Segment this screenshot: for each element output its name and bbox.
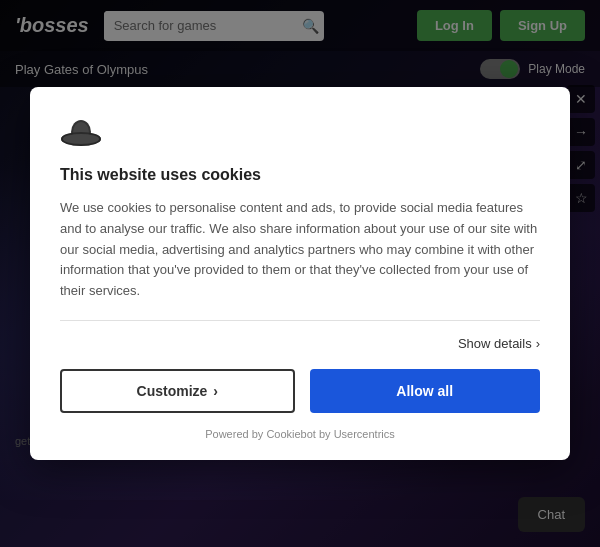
cookiebot-link[interactable]: Cookiebot by Usercentrics [266,428,394,440]
overlay: This website uses cookies We use cookies… [0,0,600,547]
cookie-modal: This website uses cookies We use cookies… [30,87,570,460]
cookiebot-icon [60,117,102,147]
chevron-right-icon: › [536,336,540,351]
allow-all-button[interactable]: Allow all [310,369,541,413]
cookie-logo [60,117,540,151]
cookie-title: This website uses cookies [60,166,540,184]
show-details-button[interactable]: Show details › [458,336,540,351]
cookie-powered-by: Powered by Cookiebot by Usercentrics [60,428,540,440]
svg-point-5 [63,134,99,144]
cookie-actions: Customize › Allow all [60,369,540,413]
show-details-row: Show details › [60,336,540,351]
cookie-divider [60,320,540,321]
chevron-right-icon: › [213,383,218,399]
customize-button[interactable]: Customize › [60,369,295,413]
cookie-body-text: We use cookies to personalise content an… [60,198,540,302]
